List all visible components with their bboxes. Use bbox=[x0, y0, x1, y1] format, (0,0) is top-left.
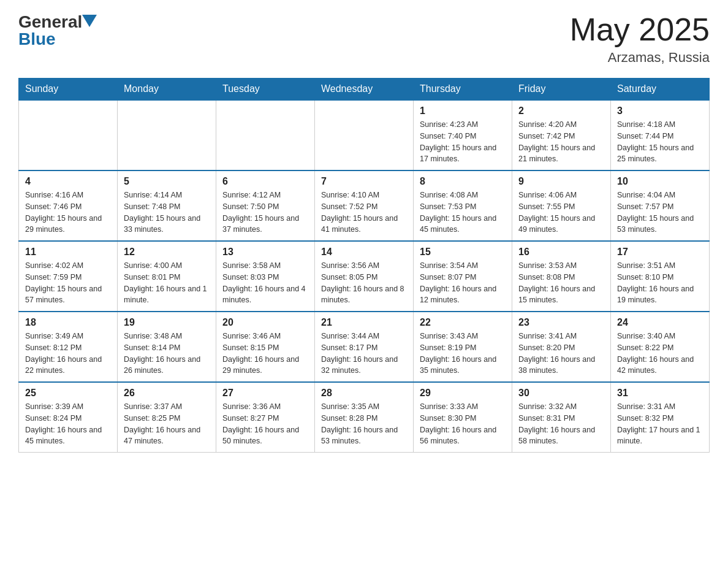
calendar-cell: 13Sunrise: 3:58 AM Sunset: 8:03 PM Dayli… bbox=[216, 241, 315, 312]
day-info: Sunrise: 3:35 AM Sunset: 8:28 PM Dayligh… bbox=[321, 401, 407, 447]
calendar-cell: 18Sunrise: 3:49 AM Sunset: 8:12 PM Dayli… bbox=[19, 312, 118, 382]
calendar-cell: 9Sunrise: 4:06 AM Sunset: 7:55 PM Daylig… bbox=[512, 170, 611, 241]
day-info: Sunrise: 4:04 AM Sunset: 7:57 PM Dayligh… bbox=[617, 190, 703, 236]
day-info: Sunrise: 3:54 AM Sunset: 8:07 PM Dayligh… bbox=[420, 260, 506, 306]
calendar-header-thursday: Thursday bbox=[414, 79, 512, 101]
day-info: Sunrise: 3:48 AM Sunset: 8:14 PM Dayligh… bbox=[124, 331, 210, 377]
day-number: 20 bbox=[222, 317, 308, 328]
calendar-cell: 31Sunrise: 3:31 AM Sunset: 8:32 PM Dayli… bbox=[611, 382, 710, 453]
calendar-table: SundayMondayTuesdayWednesdayThursdayFrid… bbox=[18, 78, 710, 453]
logo-blue-text: Blue bbox=[18, 29, 97, 49]
day-number: 19 bbox=[124, 317, 210, 328]
day-number: 28 bbox=[321, 388, 407, 399]
calendar-cell bbox=[315, 100, 414, 170]
day-number: 23 bbox=[518, 317, 604, 328]
location-text: Arzamas, Russia bbox=[570, 50, 710, 66]
calendar-week-row: 25Sunrise: 3:39 AM Sunset: 8:24 PM Dayli… bbox=[19, 382, 710, 453]
calendar-cell: 28Sunrise: 3:35 AM Sunset: 8:28 PM Dayli… bbox=[315, 382, 414, 453]
calendar-cell: 5Sunrise: 4:14 AM Sunset: 7:48 PM Daylig… bbox=[118, 170, 216, 241]
day-number: 1 bbox=[420, 105, 506, 117]
day-number: 29 bbox=[420, 388, 506, 399]
day-number: 24 bbox=[617, 317, 703, 328]
day-number: 18 bbox=[25, 317, 111, 328]
day-number: 30 bbox=[518, 388, 604, 399]
day-info: Sunrise: 4:18 AM Sunset: 7:44 PM Dayligh… bbox=[617, 119, 703, 165]
calendar-cell: 27Sunrise: 3:36 AM Sunset: 8:27 PM Dayli… bbox=[216, 382, 315, 453]
day-info: Sunrise: 4:06 AM Sunset: 7:55 PM Dayligh… bbox=[518, 190, 604, 236]
calendar-cell: 1Sunrise: 4:23 AM Sunset: 7:40 PM Daylig… bbox=[414, 100, 512, 170]
day-info: Sunrise: 3:56 AM Sunset: 8:05 PM Dayligh… bbox=[321, 260, 407, 306]
day-info: Sunrise: 3:51 AM Sunset: 8:10 PM Dayligh… bbox=[617, 260, 703, 306]
logo-triangle-icon bbox=[82, 15, 97, 27]
day-info: Sunrise: 3:33 AM Sunset: 8:30 PM Dayligh… bbox=[420, 401, 506, 447]
day-number: 17 bbox=[617, 247, 703, 258]
calendar-cell: 29Sunrise: 3:33 AM Sunset: 8:30 PM Dayli… bbox=[414, 382, 512, 453]
day-info: Sunrise: 3:36 AM Sunset: 8:27 PM Dayligh… bbox=[222, 401, 308, 447]
day-number: 5 bbox=[124, 176, 210, 187]
day-info: Sunrise: 3:58 AM Sunset: 8:03 PM Dayligh… bbox=[222, 260, 308, 306]
day-number: 11 bbox=[25, 247, 111, 258]
calendar-cell: 26Sunrise: 3:37 AM Sunset: 8:25 PM Dayli… bbox=[118, 382, 216, 453]
day-number: 16 bbox=[518, 247, 604, 258]
page-header: General Blue May 2025 Arzamas, Russia bbox=[18, 12, 710, 66]
day-info: Sunrise: 3:37 AM Sunset: 8:25 PM Dayligh… bbox=[124, 401, 210, 447]
day-number: 14 bbox=[321, 247, 407, 258]
day-number: 15 bbox=[420, 247, 506, 258]
calendar-cell: 19Sunrise: 3:48 AM Sunset: 8:14 PM Dayli… bbox=[118, 312, 216, 382]
day-number: 8 bbox=[420, 176, 506, 187]
day-number: 4 bbox=[25, 176, 111, 187]
day-number: 12 bbox=[124, 247, 210, 258]
calendar-week-row: 18Sunrise: 3:49 AM Sunset: 8:12 PM Dayli… bbox=[19, 312, 710, 382]
calendar-cell bbox=[216, 100, 315, 170]
day-info: Sunrise: 3:39 AM Sunset: 8:24 PM Dayligh… bbox=[25, 401, 111, 447]
day-info: Sunrise: 4:16 AM Sunset: 7:46 PM Dayligh… bbox=[25, 190, 111, 236]
day-info: Sunrise: 4:10 AM Sunset: 7:52 PM Dayligh… bbox=[321, 190, 407, 236]
calendar-cell: 20Sunrise: 3:46 AM Sunset: 8:15 PM Dayli… bbox=[216, 312, 315, 382]
day-number: 31 bbox=[617, 388, 703, 399]
calendar-cell bbox=[19, 100, 118, 170]
calendar-header-sunday: Sunday bbox=[19, 79, 118, 101]
logo: General Blue bbox=[18, 12, 97, 49]
calendar-cell: 22Sunrise: 3:43 AM Sunset: 8:19 PM Dayli… bbox=[414, 312, 512, 382]
day-info: Sunrise: 3:49 AM Sunset: 8:12 PM Dayligh… bbox=[25, 331, 111, 377]
day-info: Sunrise: 4:08 AM Sunset: 7:53 PM Dayligh… bbox=[420, 190, 506, 236]
calendar-cell: 15Sunrise: 3:54 AM Sunset: 8:07 PM Dayli… bbox=[414, 241, 512, 312]
day-info: Sunrise: 4:00 AM Sunset: 8:01 PM Dayligh… bbox=[124, 260, 210, 306]
day-info: Sunrise: 3:40 AM Sunset: 8:22 PM Dayligh… bbox=[617, 331, 703, 377]
day-info: Sunrise: 4:12 AM Sunset: 7:50 PM Dayligh… bbox=[222, 190, 308, 236]
day-number: 13 bbox=[222, 247, 308, 258]
title-section: May 2025 Arzamas, Russia bbox=[570, 12, 710, 66]
day-info: Sunrise: 3:41 AM Sunset: 8:20 PM Dayligh… bbox=[518, 331, 604, 377]
day-info: Sunrise: 3:32 AM Sunset: 8:31 PM Dayligh… bbox=[518, 401, 604, 447]
calendar-cell: 2Sunrise: 4:20 AM Sunset: 7:42 PM Daylig… bbox=[512, 100, 611, 170]
day-number: 22 bbox=[420, 317, 506, 328]
day-info: Sunrise: 4:23 AM Sunset: 7:40 PM Dayligh… bbox=[420, 119, 506, 165]
day-number: 21 bbox=[321, 317, 407, 328]
calendar-week-row: 4Sunrise: 4:16 AM Sunset: 7:46 PM Daylig… bbox=[19, 170, 710, 241]
day-number: 9 bbox=[518, 176, 604, 187]
day-number: 2 bbox=[518, 105, 604, 117]
calendar-cell: 3Sunrise: 4:18 AM Sunset: 7:44 PM Daylig… bbox=[611, 100, 710, 170]
calendar-cell: 7Sunrise: 4:10 AM Sunset: 7:52 PM Daylig… bbox=[315, 170, 414, 241]
day-number: 26 bbox=[124, 388, 210, 399]
calendar-header-wednesday: Wednesday bbox=[315, 79, 414, 101]
calendar-cell: 16Sunrise: 3:53 AM Sunset: 8:08 PM Dayli… bbox=[512, 241, 611, 312]
day-info: Sunrise: 4:02 AM Sunset: 7:59 PM Dayligh… bbox=[25, 260, 111, 306]
day-info: Sunrise: 4:20 AM Sunset: 7:42 PM Dayligh… bbox=[518, 119, 604, 165]
calendar-cell: 14Sunrise: 3:56 AM Sunset: 8:05 PM Dayli… bbox=[315, 241, 414, 312]
day-info: Sunrise: 3:46 AM Sunset: 8:15 PM Dayligh… bbox=[222, 331, 308, 377]
day-number: 7 bbox=[321, 176, 407, 187]
calendar-cell: 30Sunrise: 3:32 AM Sunset: 8:31 PM Dayli… bbox=[512, 382, 611, 453]
calendar-week-row: 11Sunrise: 4:02 AM Sunset: 7:59 PM Dayli… bbox=[19, 241, 710, 312]
calendar-header-tuesday: Tuesday bbox=[216, 79, 315, 101]
calendar-header-saturday: Saturday bbox=[611, 79, 710, 101]
day-info: Sunrise: 3:31 AM Sunset: 8:32 PM Dayligh… bbox=[617, 401, 703, 447]
calendar-week-row: 1Sunrise: 4:23 AM Sunset: 7:40 PM Daylig… bbox=[19, 100, 710, 170]
day-info: Sunrise: 3:53 AM Sunset: 8:08 PM Dayligh… bbox=[518, 260, 604, 306]
calendar-cell: 8Sunrise: 4:08 AM Sunset: 7:53 PM Daylig… bbox=[414, 170, 512, 241]
day-number: 25 bbox=[25, 388, 111, 399]
calendar-cell bbox=[118, 100, 216, 170]
day-info: Sunrise: 4:14 AM Sunset: 7:48 PM Dayligh… bbox=[124, 190, 210, 236]
calendar-cell: 17Sunrise: 3:51 AM Sunset: 8:10 PM Dayli… bbox=[611, 241, 710, 312]
calendar-header-row: SundayMondayTuesdayWednesdayThursdayFrid… bbox=[19, 79, 710, 101]
